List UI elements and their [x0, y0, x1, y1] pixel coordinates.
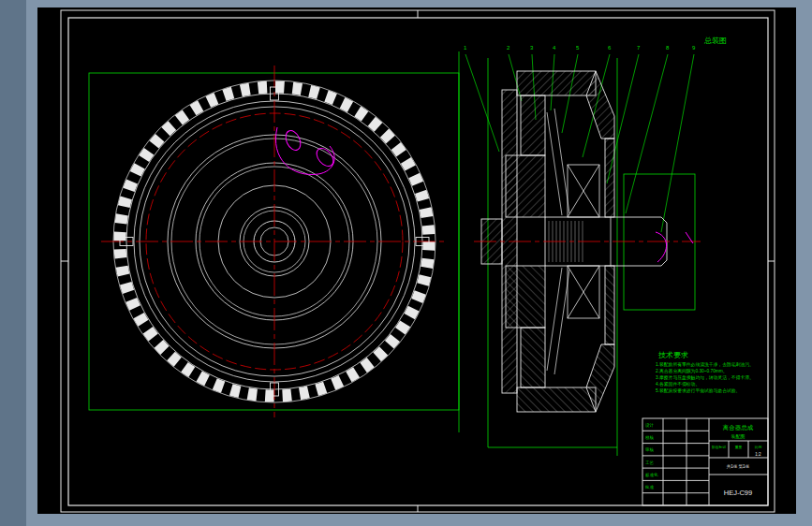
web-block [521, 95, 545, 155]
title-header: 重量 [735, 445, 743, 449]
part-name: 离合器总成 [722, 424, 754, 431]
drawing-sheet: 总装图 [0, 0, 812, 526]
rim-block [517, 71, 596, 95]
drawing-canvas [37, 7, 796, 514]
tech-requirement-line: 1.装配前所有零件必须清洗干净，去除毛刺油污。 [656, 361, 754, 368]
title-row-label: 设计 [645, 422, 655, 428]
drawing-number: HEJ-C99 [724, 489, 752, 497]
title-row-label: 校核 [645, 435, 655, 440]
title-row-label: 工艺 [645, 460, 655, 465]
drawing-type: 装配图 [731, 433, 746, 440]
left-margin-strip [0, 0, 26, 526]
cover-wall [605, 139, 614, 217]
corner-note: 总装图 [703, 37, 727, 45]
title-row-label: 批准 [644, 485, 655, 489]
title-row-label: 标准化 [644, 472, 658, 478]
tech-requirement-line: 5.装配后按要求进行平衡试验与磨合试验。 [656, 387, 740, 394]
title-row-label: 审核 [645, 447, 655, 452]
tech-requirement-line: 2.离合器分离间隙为0.30~0.70mm。 [656, 368, 728, 374]
sheet-info: 共1张 第1张 [727, 464, 750, 469]
title-header: 比例 [755, 445, 762, 449]
title-header: 阶段标记 [712, 445, 726, 449]
tech-requirement-line: 4.各紧固件不得松动。 [656, 381, 700, 387]
cad-viewer: 总装图 [0, 0, 812, 526]
tech-requirement-line: 3.摩擦片与压盘接触均匀，转动灵活，不得卡滞。 [656, 374, 754, 381]
tech-requirements-title: 技术要求 [657, 351, 688, 359]
scale-value: 1:2 [755, 452, 761, 457]
